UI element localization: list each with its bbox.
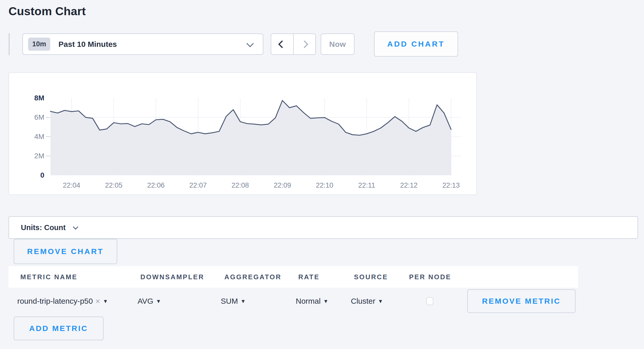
column-header-source: SOURCE (354, 273, 388, 281)
caret-down-icon (242, 298, 245, 304)
y-axis-tick-label: 2M (34, 152, 44, 160)
x-axis-tick-label: 22:11 (358, 181, 375, 189)
metric-table-row: round-trip-latency-p50 AVG SUM Normal Cl… (9, 289, 578, 313)
source-select[interactable]: Cluster (351, 297, 382, 306)
rate-select[interactable]: Normal (296, 297, 327, 306)
x-axis-tick-label: 22:08 (232, 181, 249, 189)
x-axis-tick-label: 22:06 (147, 181, 165, 189)
chevron-left-icon (278, 40, 286, 48)
downsampler-select[interactable]: AVG (138, 297, 160, 306)
metric-name-value: round-trip-latency-p50 (17, 297, 93, 306)
remove-chart-button[interactable]: REMOVE CHART (14, 239, 117, 264)
rate-value: Normal (296, 297, 321, 306)
y-axis-tick-label: 0 (40, 171, 44, 179)
toolbar-accent-divider (9, 33, 10, 55)
units-label: Units: Count (21, 223, 66, 232)
x-axis-tick-label: 22:12 (400, 181, 418, 189)
x-axis-tick-label: 22:04 (63, 181, 80, 189)
latency-area-chart: 22:0422:0522:0622:0722:0822:0922:1022:11… (9, 72, 477, 195)
add-metric-button[interactable]: ADD METRIC (14, 317, 104, 340)
caret-down-icon (157, 298, 160, 304)
page-title: Custom Chart (9, 5, 86, 18)
x-axis-tick-label: 22:07 (189, 181, 207, 189)
column-header-per-node: PER NODE (409, 273, 451, 281)
now-button[interactable]: Now (321, 33, 354, 55)
metric-name-select[interactable]: round-trip-latency-p50 (17, 297, 107, 306)
column-header-downsampler: DOWNSAMPLER (140, 273, 204, 281)
remove-metric-button[interactable]: REMOVE METRIC (467, 289, 575, 313)
y-axis-tick-label: 4M (34, 133, 44, 141)
caret-down-icon (379, 298, 382, 304)
column-header-aggregator: AGGREGATOR (224, 273, 282, 281)
add-chart-button[interactable]: ADD CHART (374, 31, 458, 57)
time-prev-button[interactable] (271, 34, 293, 54)
x-axis-tick-label: 22:09 (274, 181, 291, 189)
time-window-select[interactable]: 10m Past 10 Minutes (22, 33, 263, 55)
chevron-right-icon (300, 40, 308, 48)
time-window-label: Past 10 Minutes (58, 40, 117, 49)
time-pager-group (271, 33, 316, 55)
time-window-badge: 10m (28, 38, 50, 51)
caret-down-icon (104, 298, 107, 304)
source-value: Cluster (351, 297, 375, 306)
caret-down-icon (324, 298, 327, 304)
y-axis-tick-label: 8M (34, 94, 44, 102)
aggregator-select[interactable]: SUM (221, 297, 245, 306)
column-header-metric-name: METRIC NAME (20, 273, 78, 281)
downsampler-value: AVG (138, 297, 153, 306)
x-axis-tick-label: 22:13 (442, 181, 460, 189)
time-next-button[interactable] (293, 34, 316, 54)
chevron-down-icon (73, 224, 78, 230)
y-axis-tick-label: 6M (34, 113, 44, 121)
x-axis-tick-label: 22:05 (105, 181, 123, 189)
column-header-rate: RATE (298, 273, 320, 281)
aggregator-value: SUM (221, 297, 238, 306)
clear-metric-icon[interactable] (95, 297, 100, 305)
x-axis-tick-label: 22:10 (316, 181, 333, 189)
metrics-table-header: METRIC NAME DOWNSAMPLER AGGREGATOR RATE … (9, 266, 578, 288)
per-node-checkbox[interactable] (426, 297, 433, 305)
chart-card: 22:0422:0522:0622:0722:0822:0922:1022:11… (9, 72, 477, 195)
chevron-down-icon (247, 40, 254, 47)
units-select[interactable]: Units: Count (9, 216, 638, 239)
